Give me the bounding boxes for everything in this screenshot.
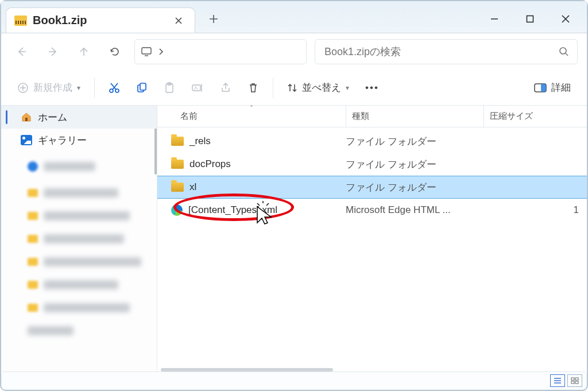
home-icon (21, 111, 32, 123)
refresh-button[interactable] (103, 40, 126, 63)
copy-icon (136, 82, 148, 94)
svg-rect-13 (541, 84, 546, 92)
up-button[interactable] (72, 40, 95, 63)
column-header-name[interactable]: ˄ 名前 (157, 106, 346, 127)
tab-title: Book1.zip (33, 14, 87, 27)
sidebar-item-blurred[interactable] (1, 273, 157, 296)
titlebar: Book1.zip (1, 1, 587, 33)
search-input[interactable] (323, 45, 559, 59)
share-button[interactable] (213, 75, 238, 100)
svg-rect-15 (571, 378, 574, 380)
view-thumbnails-button[interactable] (567, 374, 582, 387)
sidebar-item-blurred[interactable] (1, 250, 157, 273)
sidebar-home-label: ホーム (38, 111, 67, 124)
file-type: ファイル フォルダー (346, 158, 483, 171)
details-pane-button[interactable]: 詳細 (527, 75, 578, 100)
svg-rect-17 (571, 381, 574, 384)
file-list: ˄ 名前 種類 圧縮サイズ _relsファイル フォルダーdocPropsファイ… (157, 106, 587, 373)
file-type: ファイル フォルダー (346, 135, 483, 148)
arrow-up-icon (78, 46, 90, 57)
file-type: Microsoft Edge HTML ... (346, 204, 483, 216)
chevron-down-icon: ▾ (346, 84, 349, 92)
close-icon (561, 14, 570, 24)
file-name: _rels (189, 136, 211, 147)
file-row[interactable]: [Content_Types].xmlMicrosoft Edge HTML .… (157, 199, 587, 222)
column-header-size[interactable]: 圧縮サイズ (483, 106, 587, 127)
clipboard-icon (164, 82, 175, 94)
command-bar: 新規作成 ▾ A 並べ替え ▾ ••• 詳細 (1, 70, 587, 106)
folder-icon (171, 137, 184, 146)
file-name: docProps (189, 158, 231, 170)
back-button[interactable] (10, 40, 33, 63)
sidebar-item-blurred[interactable] (1, 296, 157, 319)
file-row[interactable]: _relsファイル フォルダー (157, 130, 587, 153)
rename-button[interactable]: A (184, 75, 211, 100)
minimize-button[interactable] (477, 5, 512, 33)
details-pane-icon (534, 83, 547, 92)
new-button[interactable]: 新規作成 ▾ (10, 75, 87, 100)
file-name: [Content_Types].xml (188, 204, 277, 216)
close-icon (175, 17, 183, 25)
forward-button[interactable] (41, 40, 64, 63)
svg-rect-1 (142, 48, 151, 54)
status-bar (2, 371, 586, 389)
refresh-icon (109, 46, 121, 57)
sidebar-item-blurred[interactable] (1, 319, 157, 342)
minimize-icon (490, 14, 499, 24)
grid-view-icon (571, 377, 579, 384)
plus-icon (209, 14, 218, 24)
zip-icon (14, 16, 27, 26)
scissors-icon (109, 82, 120, 94)
monitor-icon (141, 47, 152, 57)
file-type: ファイル フォルダー (346, 181, 483, 194)
list-view-icon (554, 377, 562, 384)
svg-rect-16 (575, 378, 578, 380)
sidebar-item-blurred[interactable] (1, 181, 157, 204)
file-size: 1 (483, 204, 587, 216)
tab-current[interactable]: Book1.zip (6, 7, 195, 33)
more-button[interactable]: ••• (358, 75, 386, 100)
svg-rect-0 (527, 16, 533, 22)
details-label: 詳細 (551, 81, 571, 94)
sidebar-item-home[interactable]: ホーム (1, 106, 157, 129)
search-box[interactable] (315, 39, 578, 64)
sidebar-gallery-label: ギャラリー (38, 134, 87, 147)
chevron-right-icon (158, 48, 164, 56)
file-row[interactable]: docPropsファイル フォルダー (157, 153, 587, 176)
sidebar-item-blurred[interactable] (1, 227, 157, 250)
sidebar-item-blurred[interactable] (1, 204, 157, 227)
sort-icon (287, 83, 297, 93)
search-icon (559, 47, 569, 57)
paste-button[interactable] (157, 75, 182, 100)
maximize-button[interactable] (512, 5, 548, 33)
navigation-pane[interactable]: ホーム ギャラリー (1, 106, 157, 373)
gallery-icon (21, 135, 32, 145)
svg-rect-18 (575, 381, 578, 384)
svg-rect-14 (25, 118, 28, 121)
sort-button[interactable]: 並べ替え ▾ (280, 75, 356, 100)
delete-button[interactable] (241, 75, 266, 100)
window-close-button[interactable] (548, 5, 583, 33)
svg-point-2 (560, 48, 566, 54)
window-controls (477, 5, 587, 33)
explorer-window: Book1.zip (0, 0, 588, 391)
copy-button[interactable] (129, 75, 154, 100)
column-header-type[interactable]: 種類 (346, 106, 483, 127)
new-label: 新規作成 (33, 81, 72, 94)
view-details-button[interactable] (550, 374, 565, 387)
maximize-icon (526, 15, 534, 23)
address-bar[interactable] (134, 39, 307, 64)
cut-button[interactable] (102, 75, 127, 100)
sort-indicator-icon: ˄ (250, 104, 253, 113)
new-tab-button[interactable] (202, 7, 225, 30)
trash-icon (247, 82, 259, 94)
tab-close-button[interactable] (171, 13, 187, 29)
rename-icon: A (191, 82, 204, 94)
arrow-left-icon (16, 46, 28, 57)
folder-icon (171, 160, 184, 169)
chevron-down-icon: ▾ (77, 84, 80, 92)
file-row[interactable]: xlファイル フォルダー (157, 176, 587, 199)
sidebar-item-blurred[interactable] (1, 155, 157, 178)
share-icon (220, 82, 231, 94)
sidebar-item-gallery[interactable]: ギャラリー (1, 129, 157, 152)
